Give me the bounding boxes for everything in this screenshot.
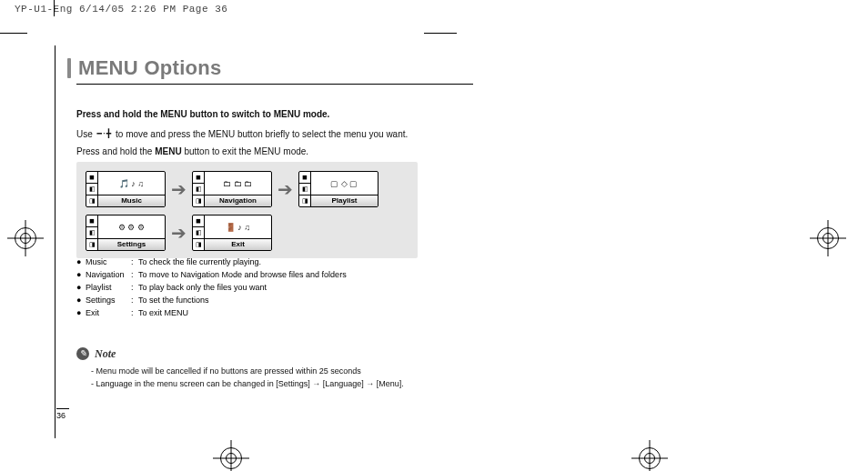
registration-mark (13, 225, 38, 251)
screen-label-navigation: Navigation (205, 195, 271, 206)
arrow-right-icon: ➔ (278, 180, 293, 198)
page-title-block: MENU Options (67, 56, 222, 80)
screen-label-music: Music (98, 195, 165, 206)
registration-mark (637, 446, 662, 471)
screen-exit: ◼◧◨ 🚪 ♪ ♫ Exit (192, 215, 272, 251)
title-accent-bar (67, 58, 71, 78)
registration-mark (815, 225, 841, 251)
instruction-exit-pre: Press and hold the (76, 146, 155, 156)
def-music: ● Music : To check the file currently pl… (76, 256, 347, 269)
def-navigation: ● Navigation : To move to Navigation Mod… (76, 269, 347, 282)
note-line-1: - Menu mode will be cancelled if no butt… (76, 366, 404, 378)
instruction-use-suffix: to move and press the MENU button briefl… (113, 129, 408, 139)
def-term: Exit (86, 307, 131, 320)
music-icon-row: 🎵 ♪ ♫ (98, 172, 165, 195)
bullet-icon: ● (76, 282, 86, 295)
screen-music: ◼◧◨ 🎵 ♪ ♫ Music (86, 171, 166, 207)
def-desc: To play back only the files you want (138, 282, 347, 295)
def-desc: To exit MENU (138, 307, 347, 320)
menu-screens-row-2: ◼◧◨ ⚙ ⚙ ⚙ Settings ➔ ◼◧◨ 🚪 ♪ ♫ Exit (86, 215, 409, 251)
arrow-right-icon: ➔ (171, 180, 187, 198)
page-title: MENU Options (78, 56, 222, 80)
def-desc: To check the file currently playing. (138, 256, 347, 269)
exit-icon-row: 🚪 ♪ ♫ (205, 215, 271, 238)
screen-label-playlist: Playlist (311, 195, 378, 206)
def-term: Music (86, 256, 131, 269)
note-line-2-text: Language in the menu screen can be chang… (96, 379, 404, 388)
note-block: ✎ Note - Menu mode will be cancelled if … (76, 346, 404, 390)
bullet-icon: ● (76, 256, 86, 269)
instruction-use-line: Use ━·╋ to move and press the MENU butto… (76, 127, 457, 142)
menu-definitions: ● Music : To check the file currently pl… (76, 256, 347, 320)
def-term: Settings (86, 295, 131, 307)
screen-label-settings: Settings (98, 238, 165, 250)
print-job-header: YP-U1-Eng 6/14/05 2:26 PM Page 36 (15, 4, 227, 15)
crop-mark (424, 33, 457, 34)
settings-icon-row: ⚙ ⚙ ⚙ (98, 215, 165, 238)
instruction-exit-bold: MENU (155, 146, 181, 156)
bullet-icon: ● (76, 307, 86, 320)
def-desc: To move to Navigation Mode and browse fi… (138, 269, 347, 282)
crop-mark (0, 33, 27, 34)
menu-screens-row-1: ◼◧◨ 🎵 ♪ ♫ Music ➔ ◼◧◨ 🗀 🗀 🗀 Navigation ➔… (86, 171, 409, 207)
nav-control-icon: ━·╋ (97, 130, 112, 138)
menu-screens-panel: ◼◧◨ 🎵 ♪ ♫ Music ➔ ◼◧◨ 🗀 🗀 🗀 Navigation ➔… (76, 162, 418, 258)
title-underline (76, 84, 473, 85)
note-line-1-text: Menu mode will be cancelled if no button… (96, 366, 361, 376)
instruction-hold-line: Press and hold the MENU button to switch… (76, 107, 457, 122)
screen-playlist: ◼◧◨ ▢ ◇ ▢ Playlist (298, 171, 378, 207)
def-term: Playlist (86, 282, 131, 295)
crop-tick (54, 0, 55, 16)
note-label: Note (95, 346, 116, 362)
instruction-use-prefix: Use (76, 129, 96, 139)
page-number: 36 (56, 408, 69, 420)
def-desc: To set the functions (138, 295, 347, 307)
def-exit: ● Exit : To exit MENU (76, 307, 347, 320)
def-playlist: ● Playlist : To play back only the files… (76, 282, 347, 295)
screen-navigation: ◼◧◨ 🗀 🗀 🗀 Navigation (192, 171, 272, 207)
playlist-icon-row: ▢ ◇ ▢ (311, 172, 378, 195)
note-badge-icon: ✎ (76, 347, 89, 360)
note-line-2: - Language in the menu screen can be cha… (76, 378, 404, 391)
bullet-icon: ● (76, 295, 86, 307)
registration-mark (218, 446, 244, 471)
screen-label-exit: Exit (205, 238, 271, 250)
bullet-icon: ● (76, 269, 86, 282)
def-settings: ● Settings : To set the functions (76, 295, 347, 307)
def-term: Navigation (86, 269, 131, 282)
instruction-exit-post: button to exit the MENU mode. (182, 146, 309, 156)
instruction-exit-line: Press and hold the MENU button to exit t… (76, 145, 457, 159)
arrow-right-icon: ➔ (171, 224, 187, 242)
screen-settings: ◼◧◨ ⚙ ⚙ ⚙ Settings (86, 215, 166, 251)
instructions-block: Press and hold the MENU button to switch… (76, 107, 457, 163)
navigation-icon-row: 🗀 🗀 🗀 (205, 172, 271, 195)
